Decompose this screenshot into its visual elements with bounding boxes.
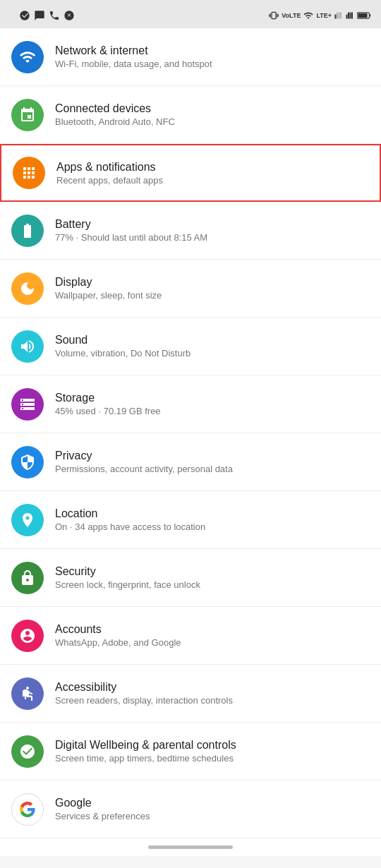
volte-icon: VoLTE [282,12,301,19]
settings-item-connected-devices[interactable]: Connected devices Bluetooth, Android Aut… [0,86,381,144]
item-subtitle-location: On · 34 apps have access to location [55,522,370,532]
battery-icon [11,215,44,247]
battery-icon [357,11,371,20]
item-text-privacy: Privacy Permissions, account activity, p… [55,450,370,474]
item-text-location: Location On · 34 apps have access to loc… [55,507,370,532]
item-text-google: Google Services & preferences [55,797,370,821]
item-subtitle-battery: 77% · Should last until about 8:15 AM [55,232,370,243]
security-icon [11,562,44,594]
google-icon [11,793,44,826]
wellbeing-icon [11,735,44,768]
item-text-apps-notifications: Apps & notifications Recent apps, defaul… [56,161,368,186]
status-left [10,10,75,21]
wifi-icon [11,41,44,73]
settings-list: Network & internet Wi-Fi, mobile, data u… [0,28,381,838]
item-text-sound: Sound Volume, vibration, Do Not Disturb [55,334,370,358]
wifi-icon [303,11,313,20]
item-title-network: Network & internet [55,44,370,57]
item-title-connected-devices: Connected devices [55,102,370,115]
item-subtitle-accessibility: Screen readers, display, interaction con… [55,695,370,706]
item-subtitle-security: Screen lock, fingerprint, face unlock [55,579,370,590]
settings-item-display[interactable]: Display Wallpaper, sleep, font size [0,260,381,318]
item-subtitle-digital-wellbeing: Screen time, app timers, bedtime schedul… [55,753,370,764]
item-title-security: Security [55,565,370,578]
item-text-network: Network & internet Wi-Fi, mobile, data u… [55,44,370,69]
snapchat-icon [19,10,30,21]
settings-item-sound[interactable]: Sound Volume, vibration, Do Not Disturb [0,318,381,375]
bottom-bar [0,838,381,856]
connected-icon [11,99,44,131]
display-icon [11,272,44,305]
item-title-privacy: Privacy [55,450,370,462]
item-text-display: Display Wallpaper, sleep, font size [55,276,370,301]
item-text-security: Security Screen lock, fingerprint, face … [55,565,370,590]
accessibility-icon [11,677,44,710]
svg-rect-2 [370,14,371,16]
svg-rect-3 [358,13,367,18]
home-indicator[interactable] [148,845,233,849]
settings-item-accounts[interactable]: Accounts WhatsApp, Adobe, and Google [0,607,381,665]
item-subtitle-sound: Volume, vibration, Do Not Disturb [55,348,370,358]
messaging-icon [34,10,45,21]
item-text-accessibility: Accessibility Screen readers, display, i… [55,681,370,706]
shazam-icon [64,10,75,21]
signal1-icon [334,11,343,20]
item-subtitle-connected-devices: Bluetooth, Android Auto, NFC [55,116,370,127]
signal2-icon [346,11,354,20]
item-text-storage: Storage 45% used · 70.19 GB free [55,392,370,416]
item-subtitle-network: Wi-Fi, mobile, data usage, and hotspot [55,59,370,69]
settings-item-location[interactable]: Location On · 34 apps have access to loc… [0,491,381,549]
svg-point-4 [26,687,29,689]
item-title-google: Google [55,797,370,809]
item-title-sound: Sound [55,334,370,346]
item-title-display: Display [55,276,370,289]
item-text-connected-devices: Connected devices Bluetooth, Android Aut… [55,102,370,127]
item-title-accounts: Accounts [55,623,370,636]
item-text-accounts: Accounts WhatsApp, Adobe, and Google [55,623,370,648]
item-subtitle-storage: 45% used · 70.19 GB free [55,406,370,416]
item-title-storage: Storage [55,392,370,404]
storage-icon [11,388,44,421]
apps-icon [13,157,45,189]
phone-icon [49,10,60,21]
settings-item-storage[interactable]: Storage 45% used · 70.19 GB free [0,375,381,433]
sound-icon [11,330,44,363]
settings-item-battery[interactable]: Battery 77% · Should last until about 8:… [0,202,381,260]
settings-item-network[interactable]: Network & internet Wi-Fi, mobile, data u… [0,28,381,86]
item-text-battery: Battery 77% · Should last until about 8:… [55,218,370,243]
status-right: VoLTE LTE+ [269,11,371,20]
location-icon [11,504,44,536]
accounts-icon [11,620,44,652]
settings-item-digital-wellbeing[interactable]: Digital Wellbeing & parental controls Sc… [0,723,381,780]
item-subtitle-google: Services & preferences [55,811,370,821]
vibrate-icon [269,11,279,20]
item-text-digital-wellbeing: Digital Wellbeing & parental controls Sc… [55,739,370,764]
item-title-battery: Battery [55,218,370,231]
item-title-digital-wellbeing: Digital Wellbeing & parental controls [55,739,370,752]
item-title-apps-notifications: Apps & notifications [56,161,368,174]
status-bar: VoLTE LTE+ [0,0,381,28]
settings-item-apps-notifications[interactable]: Apps & notifications Recent apps, defaul… [0,144,381,202]
privacy-icon [11,446,44,478]
item-title-location: Location [55,507,370,520]
settings-item-privacy[interactable]: Privacy Permissions, account activity, p… [0,433,381,491]
item-subtitle-accounts: WhatsApp, Adobe, and Google [55,637,370,648]
item-title-accessibility: Accessibility [55,681,370,694]
settings-item-security[interactable]: Security Screen lock, fingerprint, face … [0,549,381,607]
item-subtitle-privacy: Permissions, account activity, personal … [55,464,370,474]
settings-item-accessibility[interactable]: Accessibility Screen readers, display, i… [0,665,381,723]
settings-item-google[interactable]: Google Services & preferences [0,780,381,838]
lte-icon: LTE+ [316,12,332,19]
item-subtitle-apps-notifications: Recent apps, default apps [56,175,368,186]
item-subtitle-display: Wallpaper, sleep, font size [55,290,370,301]
